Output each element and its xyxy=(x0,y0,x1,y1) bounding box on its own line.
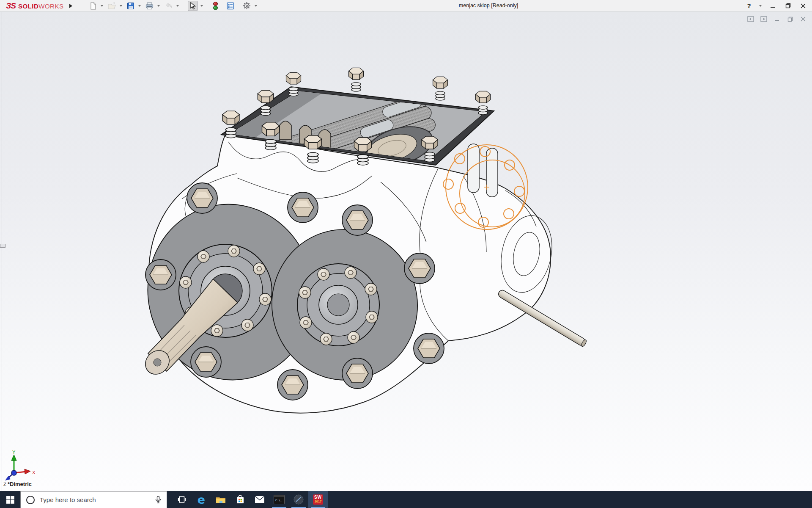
solidworks-taskbar-button[interactable]: SW 2017 xyxy=(308,491,328,508)
3d-model-canvas[interactable] xyxy=(0,0,812,508)
view-orientation-label: *Dimetric xyxy=(8,481,32,487)
command-prompt-icon: C:\_ xyxy=(274,495,285,504)
cmd-prompt-text: C:\_ xyxy=(275,499,282,502)
edge-button[interactable]: e xyxy=(192,491,211,508)
triad-y-label: Y xyxy=(12,450,16,455)
output-bearing-cover xyxy=(297,264,379,346)
task-view-button[interactable] xyxy=(172,491,192,508)
dark-disc-app-icon xyxy=(294,494,304,505)
store-button[interactable] xyxy=(230,491,250,508)
search-placeholder-text: Type here to search xyxy=(40,496,155,503)
command-prompt-button[interactable]: C:\_ xyxy=(269,491,289,508)
edge-icon: e xyxy=(198,494,205,505)
solidworks-icon-year: 2017 xyxy=(313,500,323,503)
microphone-icon[interactable] xyxy=(155,496,162,504)
taskbar-app-icons: e C:\_ xyxy=(172,491,328,508)
taskbar-search-box[interactable]: Type here to search xyxy=(20,491,167,508)
start-button[interactable] xyxy=(0,491,20,508)
mail-icon xyxy=(255,496,265,503)
dark-disc-app-button[interactable] xyxy=(289,491,308,508)
task-view-icon xyxy=(178,496,186,503)
file-explorer-icon xyxy=(216,496,226,504)
graphics-viewport[interactable]: Y X Z *Dimetric xyxy=(0,12,812,491)
triad-x-label: X xyxy=(32,470,36,475)
windows-logo-icon xyxy=(6,496,14,504)
windows-taskbar: Type here to search e xyxy=(0,491,812,508)
mail-button[interactable] xyxy=(250,491,269,508)
triad-z-label: Z xyxy=(3,482,6,487)
store-icon xyxy=(236,495,245,504)
solidworks-2017-icon: SW 2017 xyxy=(313,494,323,505)
file-explorer-button[interactable] xyxy=(211,491,230,508)
cortana-icon xyxy=(26,496,35,504)
